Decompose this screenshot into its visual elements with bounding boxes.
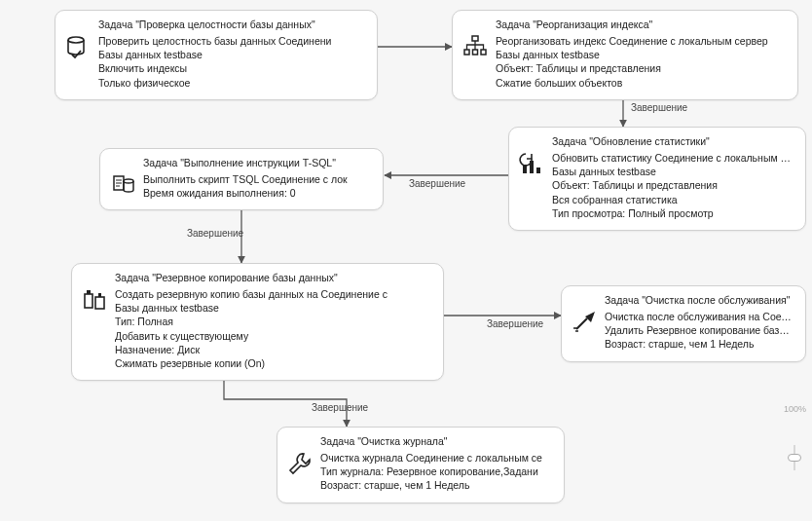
- svg-rect-17: [98, 293, 101, 297]
- svg-rect-11: [530, 161, 534, 173]
- svg-rect-14: [85, 294, 92, 308]
- broom-icon: [572, 310, 597, 335]
- task-lines: Проверить целостность базы данных Соедин…: [98, 34, 367, 90]
- task-title: Задача "Очистка после обслуживания": [572, 294, 795, 306]
- task-lines: Реорганизовать индекс Соединение с локал…: [496, 34, 788, 90]
- svg-rect-8: [473, 50, 478, 55]
- backup-icon: [82, 287, 107, 313]
- task-reorganize-index[interactable]: Задача "Реорганизация индекса" Реорганиз…: [452, 10, 798, 100]
- task-backup-db[interactable]: Задача "Резервное копирование базы данны…: [71, 263, 444, 381]
- stats-refresh-icon: [519, 151, 544, 176]
- wrench-icon: [287, 451, 313, 476]
- task-title: Задача "Резервное копирование базы данны…: [82, 272, 433, 283]
- svg-rect-12: [536, 167, 540, 173]
- svg-rect-9: [481, 50, 486, 55]
- task-title: Задача "Выполнение инструкции T-SQL": [110, 157, 373, 168]
- task-lines: Обновить статистику Соединение с локальн…: [552, 151, 795, 220]
- zoom-percent: 100%: [784, 404, 806, 414]
- database-check-icon: [65, 34, 91, 59]
- task-title: Задача "Реорганизация индекса": [462, 19, 788, 30]
- task-lines: Очистка после обслуживания на Соединение…: [605, 310, 795, 352]
- zoom-slider[interactable]: [785, 433, 804, 472]
- svg-rect-15: [87, 290, 91, 294]
- task-check-db-integrity[interactable]: Задача "Проверка целостности базы данных…: [55, 10, 378, 100]
- task-lines: Выполнить скрипт TSQL Соединение с лок В…: [143, 172, 373, 200]
- svg-rect-16: [95, 297, 104, 309]
- task-execute-tsql[interactable]: Задача "Выполнение инструкции T-SQL" Вып…: [99, 148, 384, 210]
- svg-rect-7: [464, 50, 469, 55]
- edge-label: Завершение: [631, 102, 687, 113]
- script-db-icon: [110, 172, 135, 198]
- svg-rect-6: [472, 36, 478, 41]
- svg-rect-10: [523, 165, 527, 173]
- task-history-cleanup[interactable]: Задача "Очистка журнала" Очистка журнала…: [277, 427, 565, 503]
- task-lines: Создать резервную копию базы данных на С…: [115, 287, 433, 370]
- task-title: Задача "Обновление статистики": [519, 135, 795, 147]
- edge-label: Завершение: [409, 178, 465, 189]
- task-title: Задача "Проверка целостности базы данных…: [65, 19, 367, 30]
- svg-point-5: [68, 37, 84, 43]
- task-lines: Очистка журнала Соединение с локальным с…: [320, 451, 554, 493]
- tree-index-icon: [462, 34, 488, 59]
- task-title: Задача "Очистка журнала": [287, 435, 554, 447]
- svg-line-18: [576, 318, 587, 329]
- diagram-canvas[interactable]: Задача "Проверка целостности базы данных…: [0, 0, 812, 521]
- edge-label: Завершение: [312, 402, 368, 413]
- task-maintenance-cleanup[interactable]: Задача "Очистка после обслуживания" Очис…: [561, 285, 806, 362]
- svg-point-13: [124, 179, 133, 183]
- edge-label: Завершение: [187, 228, 243, 239]
- edge-label: Завершение: [487, 318, 543, 329]
- task-update-statistics[interactable]: Задача "Обновление статистики" Обновить …: [508, 127, 806, 231]
